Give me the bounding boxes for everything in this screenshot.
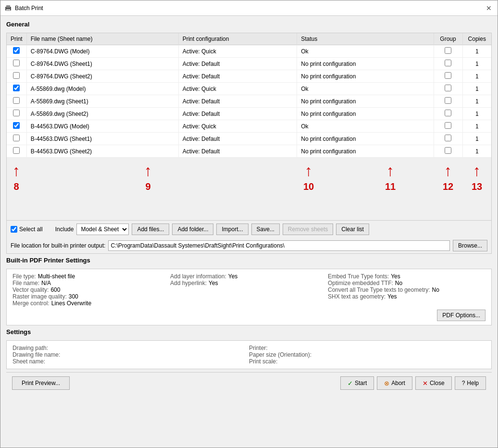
- row-group-checkbox-1[interactable]: [445, 60, 451, 66]
- file-name-label: File name:: [12, 280, 39, 286]
- row-status-cell: Ok: [297, 83, 434, 95]
- drawing-path-label: Drawing path:: [12, 345, 80, 351]
- row-filename-cell: C-89764.DWG (Model): [26, 45, 178, 58]
- remove-sheets-button[interactable]: Remove sheets: [283, 224, 333, 235]
- add-layer-label: Add layer information:: [170, 273, 226, 280]
- header-status: Status: [297, 33, 434, 45]
- row-copies-cell: 1: [462, 45, 491, 58]
- svg-rect-3: [7, 10, 10, 10]
- optimize-ttf-label: Optimize embedded TTF:: [328, 280, 393, 286]
- help-button[interactable]: ? Help: [455, 376, 486, 390]
- row-copies-cell: 1: [462, 58, 491, 70]
- table-container: Print File name (Sheet name) Print confi…: [7, 33, 491, 158]
- pdf-section-title: Built-in PDF Printer Settings: [6, 257, 492, 264]
- convert-ttf-row: Convert all True Type texts to geometry:…: [328, 286, 486, 293]
- table-row: A-55869.dwg (Sheet2) Active: Default No …: [7, 108, 491, 120]
- row-checkbox-1[interactable]: [13, 60, 20, 66]
- table-row: C-89764.DWG (Model) Active: Quick Ok 1: [7, 45, 491, 58]
- row-print-cell[interactable]: [7, 145, 26, 158]
- row-checkbox-4[interactable]: [13, 97, 20, 104]
- row-print-cell[interactable]: [7, 95, 26, 108]
- import-button[interactable]: Import...: [216, 224, 248, 235]
- close-button[interactable]: ✕ Close: [415, 376, 452, 390]
- row-group-cell[interactable]: [434, 145, 462, 158]
- row-status-cell: No print configuration: [297, 133, 434, 145]
- clear-list-button[interactable]: Clear list: [336, 224, 369, 235]
- browse-button[interactable]: Browse...: [453, 240, 487, 251]
- row-group-checkbox-5[interactable]: [445, 110, 451, 116]
- row-filename-cell: C-89764.DWG (Sheet1): [26, 58, 178, 70]
- pdf-col-3: Embed True Type fonts: Yes Optimize embe…: [328, 273, 486, 307]
- select-all-text: Select all: [19, 226, 43, 233]
- row-group-cell[interactable]: [434, 95, 462, 108]
- row-print-cell[interactable]: [7, 45, 26, 58]
- abort-button[interactable]: ⊗ Abort: [377, 376, 412, 390]
- print-preview-button[interactable]: Print Preview...: [12, 376, 70, 390]
- close-window-button[interactable]: ✕: [484, 3, 494, 13]
- merge-control-value: Lines Overwrite: [51, 300, 91, 307]
- annotation-8: ↑ 8: [7, 158, 26, 220]
- window-title: Batch Print: [15, 5, 43, 12]
- file-location-input[interactable]: [108, 240, 450, 251]
- annotation-10: ↑ 10: [270, 158, 347, 220]
- row-group-cell[interactable]: [434, 108, 462, 120]
- add-folder-button[interactable]: Add folder...: [172, 224, 213, 235]
- start-check-icon: ✓: [348, 380, 353, 387]
- file-location-label: File location for built-in printer outpu…: [11, 242, 105, 249]
- row-group-checkbox-4[interactable]: [445, 97, 451, 104]
- row-group-cell[interactable]: [434, 58, 462, 70]
- file-type-label: File type:: [12, 273, 36, 280]
- row-checkbox-3[interactable]: [13, 85, 20, 91]
- window-body: General Print File name (Sheet name) Pri…: [0, 16, 498, 448]
- header-filename: File name (Sheet name): [26, 33, 178, 45]
- row-group-cell[interactable]: [434, 83, 462, 95]
- include-select[interactable]: Model & Sheet Model Only Sheet Only: [76, 224, 129, 235]
- row-group-checkbox-7[interactable]: [445, 135, 451, 141]
- save-button[interactable]: Save...: [251, 224, 280, 235]
- row-group-checkbox-6[interactable]: [445, 122, 451, 129]
- title-bar: Batch Print ✕: [0, 0, 498, 16]
- row-config-cell: Active: Quick: [178, 45, 297, 58]
- svg-rect-4: [7, 10, 10, 11]
- row-group-checkbox-2[interactable]: [445, 72, 451, 79]
- row-print-cell[interactable]: [7, 108, 26, 120]
- row-group-cell[interactable]: [434, 45, 462, 58]
- row-group-cell[interactable]: [434, 70, 462, 83]
- row-checkbox-7[interactable]: [13, 135, 20, 141]
- file-location-row: File location for built-in printer outpu…: [7, 238, 491, 253]
- row-checkbox-5[interactable]: [13, 110, 20, 116]
- start-button[interactable]: ✓ Start: [340, 376, 374, 390]
- row-print-cell[interactable]: [7, 133, 26, 145]
- row-group-checkbox-8[interactable]: [445, 147, 451, 154]
- row-group-cell[interactable]: [434, 133, 462, 145]
- select-all-label[interactable]: Select all: [11, 226, 43, 233]
- drawing-file-row: Drawing file name:: [12, 351, 249, 358]
- file-type-row: File type: Multi-sheet file: [12, 273, 170, 280]
- settings-section: Drawing path: Drawing file name: Sheet n…: [6, 340, 492, 369]
- row-print-cell[interactable]: [7, 70, 26, 83]
- row-print-cell[interactable]: [7, 120, 26, 133]
- row-filename-cell: A-55869.dwg (Sheet1): [26, 95, 178, 108]
- optimize-ttf-row: Optimize embedded TTF: No: [328, 280, 486, 286]
- row-print-cell[interactable]: [7, 58, 26, 70]
- row-config-cell: Active: Default: [178, 70, 297, 83]
- add-files-button[interactable]: Add files...: [132, 224, 169, 235]
- bottom-right: ✓ Start ⊗ Abort ✕ Close ? Help: [340, 376, 486, 390]
- table-row: B-44563.DWG (Sheet1) Active: Default No …: [7, 133, 491, 145]
- vector-quality-label: Vector quality:: [12, 286, 49, 293]
- row-group-cell[interactable]: [434, 120, 462, 133]
- row-print-cell[interactable]: [7, 83, 26, 95]
- row-group-checkbox-3[interactable]: [445, 85, 451, 91]
- select-all-checkbox[interactable]: [11, 226, 17, 233]
- drawing-file-label: Drawing file name:: [12, 351, 80, 358]
- row-checkbox-2[interactable]: [13, 72, 20, 79]
- pdf-options-button[interactable]: PDF Options...: [437, 310, 486, 321]
- vector-quality-value: 600: [50, 286, 60, 293]
- shx-label: SHX text as geometry:: [328, 293, 386, 300]
- convert-ttf-label: Convert all True Type texts to geometry:: [328, 286, 430, 293]
- row-checkbox-0[interactable]: [13, 47, 20, 54]
- row-group-checkbox-0[interactable]: [445, 47, 451, 54]
- row-checkbox-8[interactable]: [13, 147, 20, 154]
- abort-label: Abort: [391, 380, 405, 386]
- row-checkbox-6[interactable]: [13, 122, 20, 129]
